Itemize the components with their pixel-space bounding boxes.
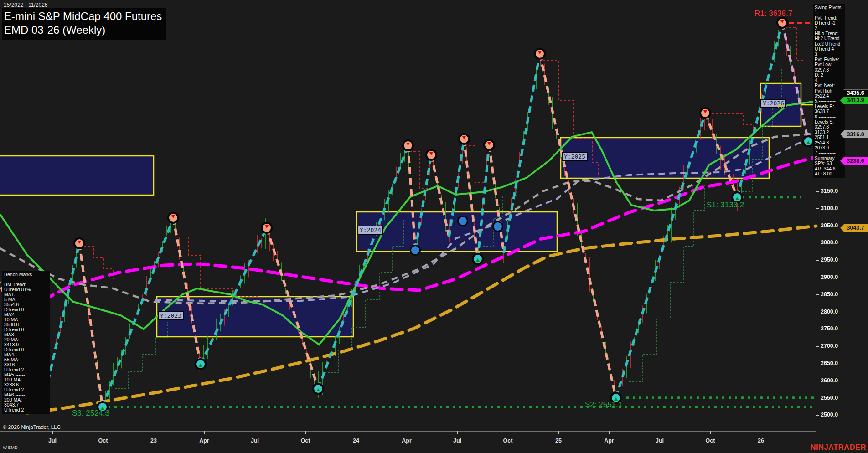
swing-pivots-line: 3522.4 <box>815 93 843 98</box>
s2-label: S2: 2551.1 <box>585 400 622 409</box>
time-axis-tick <box>761 431 761 434</box>
price-axis-label: 2900.0 <box>821 274 838 280</box>
time-axis-label: 26 <box>758 438 764 444</box>
price-axis-tick <box>816 381 819 381</box>
price-axis-tick <box>816 346 819 347</box>
f0-label: F0 <box>778 103 784 110</box>
swing-high-marker <box>483 139 495 151</box>
price-axis-tick <box>816 398 819 398</box>
swing-pivots-line: 1.----------- <box>815 10 843 15</box>
price-axis-label: 2650.0 <box>821 360 838 366</box>
year-box <box>0 156 154 195</box>
price-axis-tick <box>816 243 819 243</box>
swing-pivots-line: Hi:2 UTrend <box>815 36 843 41</box>
swing-pivots-line: Levels R: <box>815 104 843 109</box>
swing-pivots-line: 3297.8 <box>815 124 843 129</box>
swing-pivots-line: Levels S: <box>815 119 843 124</box>
swing-high-marker <box>699 107 711 119</box>
price-axis-label: 2500.0 <box>821 412 838 418</box>
swing-pivots-line: 2073.9 <box>815 145 843 150</box>
swing-pivots-line: AF: 8.00 <box>815 171 843 176</box>
year-box-label: Y:2023 <box>158 311 184 320</box>
swing-low-marker <box>312 383 324 395</box>
chart-date-range: 15/2022 - 11/2026 <box>4 2 48 8</box>
swing-pivots-line: Pvt High <box>815 88 843 93</box>
swing-high-marker <box>458 133 470 145</box>
price-axis-label: 3050.0 <box>821 222 838 229</box>
price-axis-tick <box>816 191 819 192</box>
swing-pivots-line: 4.----------- <box>815 78 843 83</box>
price-axis-label: 3150.0 <box>821 188 838 194</box>
time-axis-tick <box>508 431 508 434</box>
swing-high-marker <box>402 139 414 151</box>
red-stop-step-line <box>79 246 113 279</box>
time-axis-label: Apr <box>402 438 412 444</box>
swing-pivots-line: 5.----------- <box>815 98 843 103</box>
r1-label: R1: 3638.7 <box>754 9 792 18</box>
year-box <box>561 138 769 178</box>
price-tag-100-MA: 3238.6 <box>840 157 868 165</box>
swing-low-marker <box>472 253 484 265</box>
price-axis-label: 2550.0 <box>821 395 838 401</box>
swing-pivots-line: DTrend -1 <box>815 21 843 26</box>
series-watermark: W EMD <box>3 445 18 450</box>
time-axis-tick <box>255 431 255 434</box>
swing-pivots-line: 3297.8 <box>815 67 843 72</box>
time-axis-tick <box>660 431 660 434</box>
swing-down-leg <box>79 243 103 407</box>
swing-pivots-line: 2551.1 <box>815 135 843 140</box>
time-axis-tick <box>52 431 53 434</box>
swing-pivots-line: UTrend 4 <box>815 46 843 51</box>
time-axis-tick <box>305 431 306 434</box>
swing-pivots-line: Lo:2 UTrend <box>815 41 843 46</box>
price-axis-label: 2750.0 <box>821 325 838 332</box>
swing-pivots-line: 3.----------- <box>815 52 843 57</box>
swing-high-marker <box>534 48 546 60</box>
time-axis-tick <box>457 431 458 434</box>
time-axis-tick <box>558 431 559 434</box>
swing-pivots-line: 3638.7 <box>815 109 843 114</box>
ninjatrader-logo: NINJATRADER <box>810 443 866 452</box>
swing-pivots-line: 7.----------- <box>815 150 843 155</box>
time-axis-label: 25 <box>555 438 562 444</box>
time-axis-tick <box>154 431 154 434</box>
swing-high-marker <box>776 17 788 29</box>
time-axis-label: Apr <box>604 438 614 444</box>
time-axis-tick <box>356 431 356 434</box>
price-axis-label: 2800.0 <box>821 309 838 315</box>
time-axis-label: Oct <box>301 438 310 444</box>
s1-label: S1: 3133.2 <box>707 201 744 210</box>
price-axis-tick <box>816 226 819 226</box>
price-axis-label: 2850.0 <box>821 291 838 298</box>
swing-pivots-line: 6.----------- <box>815 114 843 119</box>
swing-pivots-line: Swing Pivots <box>815 5 843 10</box>
price-axis-label: 2950.0 <box>821 257 838 263</box>
ma200-line <box>27 226 816 413</box>
price-axis-tick <box>816 364 819 364</box>
time-axis-label: Jul <box>656 438 664 444</box>
time-axis-tick <box>103 431 103 434</box>
swing-up-leg <box>318 145 408 389</box>
price-tag-200-MA: 3043.7 <box>840 224 868 232</box>
swing-pivots-line: 2.----------- <box>815 26 843 31</box>
time-axis-label: Jul <box>48 438 57 444</box>
swing-pivots-line: Summary <box>815 156 843 161</box>
time-axis-label: Apr <box>199 438 209 444</box>
price-axis-label: 2600.0 <box>821 377 838 384</box>
year-box-label: Y:2025 <box>562 152 588 161</box>
copyright-text: © 2026 NinjaTrader, LLC <box>3 424 61 430</box>
year-box-label: Y:2024 <box>357 226 383 235</box>
swing-low-marker <box>195 358 207 370</box>
price-axis-tick <box>816 312 819 312</box>
swing-pivots-panel: Swing Pivots1.-----------Pvt. Trend:DTre… <box>813 4 845 178</box>
price-tag-last-close: 3435.6 <box>840 89 868 97</box>
pivot-blue-dot <box>410 245 421 256</box>
price-axis-tick <box>816 208 819 209</box>
swing-high-marker <box>73 237 85 249</box>
swing-pivots-line: Pvt. Evolve: <box>815 57 843 62</box>
chart-canvas[interactable] <box>0 0 868 453</box>
price-axis-tick <box>816 294 819 295</box>
time-axis-tick <box>407 431 407 434</box>
instrument-title-line1: E-mini S&P MidCap 400 Futures <box>4 10 162 23</box>
swing-pivots-line: Pvt. Next: <box>815 83 843 88</box>
